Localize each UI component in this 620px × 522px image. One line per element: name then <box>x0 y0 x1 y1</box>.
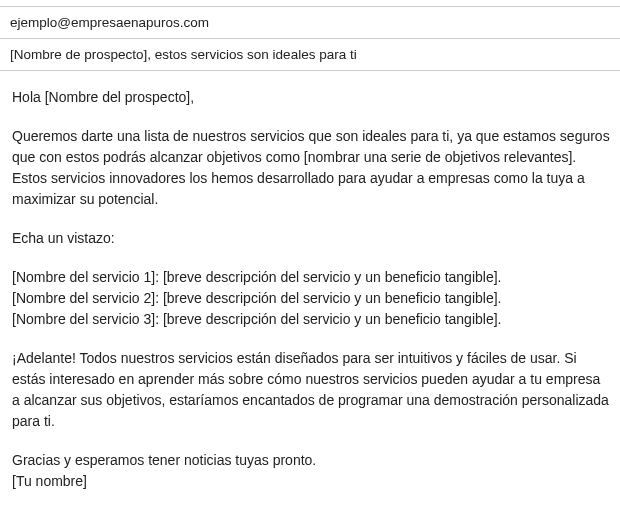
subject-value: [Nombre de prospecto], estos servicios s… <box>10 47 357 62</box>
body-service-1: [Nombre del servicio 1]: [breve descripc… <box>12 267 610 288</box>
body-service-3: [Nombre del servicio 3]: [breve descripc… <box>12 309 610 330</box>
compose-window: ejemplo@empresaenapuros.com [Nombre de p… <box>0 6 620 522</box>
compose-body[interactable]: Hola [Nombre del prospecto], Queremos da… <box>0 71 620 518</box>
body-intro: Queremos darte una lista de nuestros ser… <box>12 126 610 210</box>
body-signature: [Tu nombre] <box>12 471 610 492</box>
to-field[interactable]: ejemplo@empresaenapuros.com <box>0 7 620 39</box>
body-closing: ¡Adelante! Todos nuestros servicios está… <box>12 348 610 432</box>
compose-toolbar: Enviar A <box>0 518 620 522</box>
body-service-2: [Nombre del servicio 2]: [breve descripc… <box>12 288 610 309</box>
to-value: ejemplo@empresaenapuros.com <box>10 15 209 30</box>
subject-field[interactable]: [Nombre de prospecto], estos servicios s… <box>0 39 620 71</box>
compose-header: ejemplo@empresaenapuros.com [Nombre de p… <box>0 6 620 71</box>
body-thanks: Gracias y esperamos tener noticias tuyas… <box>12 450 610 471</box>
body-greeting: Hola [Nombre del prospecto], <box>12 87 610 108</box>
body-cta-look: Echa un vistazo: <box>12 228 610 249</box>
